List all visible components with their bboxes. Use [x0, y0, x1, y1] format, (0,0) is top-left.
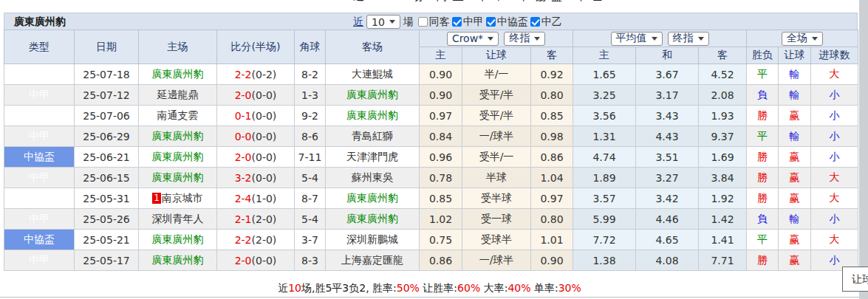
avg-away-cell: 3.84 [699, 168, 747, 188]
recent-link[interactable]: 近 [353, 16, 363, 29]
away-team-cell[interactable]: 青島紅獅 [326, 126, 420, 147]
away-team-cell[interactable]: 廣東廣州豹 [326, 188, 420, 209]
away-team-cell[interactable]: 上海嘉定匯龍 [326, 250, 420, 271]
handicap-result-cell: 赢 [779, 147, 811, 168]
filter-checkbox[interactable] [418, 17, 428, 27]
home-team-cell[interactable]: 廣東廣州豹 [139, 168, 217, 188]
date-cell: 25-05-26 [75, 209, 139, 230]
away-team-cell[interactable]: 深圳新鵬城 [326, 230, 420, 250]
away-team-cell[interactable]: 蘇州東吳 [326, 168, 420, 188]
filter-checkbox[interactable] [452, 17, 462, 27]
handicap-cell: 半球 [462, 168, 531, 188]
half-time-score: (0-2) [252, 69, 277, 80]
sub-header-avg-draw: 和 [636, 47, 699, 64]
score-cell: 3-2(0-0) [217, 168, 295, 188]
result-cell: 平 [747, 64, 779, 85]
avg-away-cell: 2.08 [699, 85, 747, 106]
away-team-name: 廣東廣州豹 [346, 89, 398, 100]
home-team-name: 深圳青年人 [152, 213, 204, 224]
home-team-cell[interactable]: 延邊龍鼎 [139, 85, 217, 106]
home-team-cell[interactable]: 廣東廣州豹 [139, 126, 217, 147]
away-team-name: 天津津門虎 [346, 151, 398, 162]
away-odds-cell: 1.01 [531, 230, 573, 250]
home-team-cell[interactable]: 廣東廣州豹 [139, 250, 217, 271]
home-odds-cell: 1.02 [420, 209, 462, 230]
home-team-cell[interactable]: 廣東廣州豹 [139, 147, 217, 168]
away-team-cell[interactable]: 廣東廣州豹 [326, 85, 420, 106]
handicap-cell: 受一球 [462, 209, 531, 230]
home-odds-cell: 0.85 [420, 188, 462, 209]
goals-cell: 小 [811, 209, 858, 230]
goals-cell: 大 [811, 168, 858, 188]
period-select[interactable]: 全场 [782, 32, 823, 46]
away-odds-cell: 0.97 [531, 188, 573, 209]
league-cell: 中甲 [4, 188, 75, 209]
away-odds-cell: 0.80 [531, 209, 573, 230]
date-cell: 25-06-21 [75, 147, 139, 168]
odds-company-select[interactable]: Crow* [447, 32, 499, 46]
date-cell: 25-06-15 [75, 168, 139, 188]
home-team-cell[interactable]: 深圳青年人 [139, 209, 217, 230]
score-cell: 2-0(0-0) [217, 250, 295, 271]
result-cell: 勝 [747, 106, 779, 126]
period-value: 全场 [787, 32, 807, 45]
handicap-result-cell: 赢 [779, 188, 811, 209]
col-header-away: 客场 [326, 30, 420, 64]
odds-company-value: Crow* [452, 32, 483, 44]
sub-header-handicap: 让球 [462, 47, 531, 64]
summary-segment: 40% [508, 282, 530, 294]
away-team-name: 上海嘉定匯龍 [341, 254, 403, 266]
avg-home-cell: 1.31 [573, 126, 636, 147]
full-time-score: 2-2 [235, 69, 252, 80]
full-time-score: 2-4 [235, 193, 252, 205]
avg-draw-cell: 4.08 [636, 250, 699, 271]
avg-draw-cell: 4.46 [636, 209, 699, 230]
away-team-cell[interactable]: 廣東廣州豹 [326, 106, 420, 126]
odds-stage-select[interactable]: 终指 [504, 32, 545, 46]
avg-home-cell: 5.99 [573, 209, 636, 230]
away-odds-cell: 0.90 [531, 250, 573, 271]
away-odds-cell: 1.04 [531, 168, 573, 188]
result-cell: 勝 [747, 168, 779, 188]
goals-cell: 小 [811, 126, 858, 147]
filter-checkbox[interactable] [486, 17, 496, 27]
bottom-divider [0, 297, 859, 298]
home-team-cell[interactable]: 廣東廣州豹 [139, 230, 217, 250]
summary-segment: 10 [288, 282, 301, 294]
recent-count-value: 10 [372, 16, 385, 28]
avg-home-cell: 7.72 [573, 230, 636, 250]
team-title-bar: 廣東廣州豹 近 10 場 同客中甲中協盃中乙 [4, 13, 858, 30]
filter-checkbox[interactable] [530, 17, 540, 27]
average-type-select[interactable]: 平均值 [611, 32, 663, 46]
corner-cell: 5-4 [295, 168, 326, 188]
away-team-cell[interactable]: 天津津門虎 [326, 147, 420, 168]
handicap-cell: 受平/半 [462, 106, 531, 126]
summary-segment: 单率: [531, 282, 558, 294]
col-header-type: 类型 [4, 30, 75, 64]
away-team-name: 廣東廣州豹 [346, 213, 398, 224]
away-team-name: 青島紅獅 [352, 130, 393, 142]
home-team-cell[interactable]: 1南京城市 [139, 188, 217, 209]
home-odds-cell: 0.86 [420, 250, 462, 271]
sub-header-avg-home: 主 [573, 47, 636, 64]
full-time-score: 0-0 [235, 131, 252, 142]
home-team-cell[interactable]: 南通支雲 [139, 106, 217, 126]
away-team-cell[interactable]: 大連鯤城 [326, 64, 420, 85]
average-stage-select[interactable]: 终指 [668, 32, 709, 46]
avg-away-cell: 4.52 [699, 64, 747, 85]
home-team-name: 南通支雲 [157, 109, 199, 121]
summary-segment: 60% [457, 282, 480, 294]
result-cell: 負 [747, 85, 779, 106]
col-header-home: 主场 [139, 30, 217, 64]
avg-away-cell: 1.92 [699, 188, 747, 209]
home-team-cell[interactable]: 廣東廣州豹 [139, 64, 217, 85]
handicap-cell: 一/球半 [462, 250, 531, 271]
recent-count-select[interactable]: 10 [366, 15, 400, 29]
half-time-score: (0-0) [252, 131, 277, 142]
full-time-score: 2-0 [235, 151, 252, 163]
avg-draw-cell: 3.43 [636, 106, 699, 126]
filter-controls: 近 10 場 同客中甲中協盃中乙 [353, 13, 564, 30]
clipped-row-text: 近 10 场 同主 中甲 中協盃 中乙 [353, 0, 609, 4]
avg-away-cell: 9.37 [699, 126, 747, 147]
away-team-cell[interactable]: 廣東廣州豹 [326, 209, 420, 230]
